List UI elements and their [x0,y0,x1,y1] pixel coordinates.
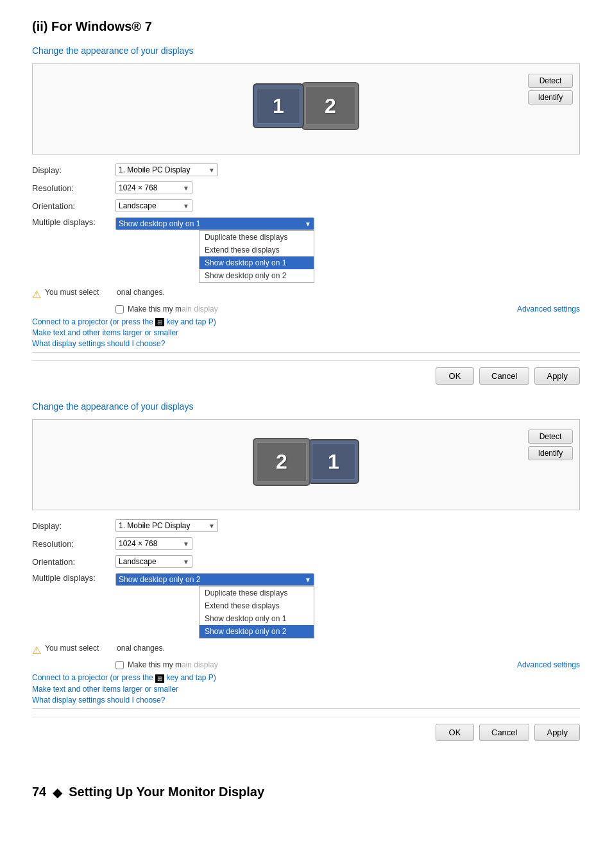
links-area-2: Connect to a projector (or press the ⊞ k… [32,673,580,704]
panel2-title: Change the appearance of your displays [32,401,580,412]
main-display-checkbox-1[interactable] [115,305,124,313]
links-area-1: Connect to a projector (or press the ⊞ k… [32,317,580,348]
display-select-2[interactable]: 1. Mobile PC Display ▼ [115,519,218,532]
monitor-num-2: 2 [325,94,336,118]
dropdown-item-show1-1[interactable]: Show desktop only on 1 [200,256,314,269]
multiple-select-text-2: Show desktop only on 2 [119,575,302,584]
orientation-select-2[interactable]: Landscape ▼ [115,555,192,568]
win-key-icon-1: ⊞ [155,318,164,326]
panel1-sidebar-buttons: Detect Identify [528,74,573,104]
monitor-display-area-2: 2 1 [46,430,566,494]
multiple-row-1: Multiple displays: Show desktop only on … [32,217,580,285]
divider-2 [32,708,580,709]
identify-button-1[interactable]: Identify [528,90,573,104]
orientation-select-1[interactable]: Landscape ▼ [115,199,192,212]
multiple-dropdown-2: Duplicate these displays Extend these di… [199,586,314,638]
projector-link-1[interactable]: Connect to a projector (or press the ⊞ k… [32,317,580,326]
orientation-row-2: Orientation: Landscape ▼ [32,555,580,568]
warning-row-2: ⚠ You must select onal changes. [32,644,580,656]
multiple-arrow-1: ▼ [305,221,311,228]
ok-button-1[interactable]: OK [436,367,474,385]
warning-row-1: ⚠ You must select onal changes. [32,288,580,301]
page-title: (ii) For Windows® 7 [32,19,580,34]
display-panel-1: Detect Identify 1 2 [32,63,580,154]
monitor-inner-2: 2 [305,87,355,125]
win-key-icon-2: ⊞ [155,674,164,683]
footer-diamond-icon: ◆ [53,785,62,800]
display-settings-link-2[interactable]: What display settings should I choose? [32,696,580,705]
dropdown-item-show1-2[interactable]: Show desktop only on 1 [200,612,314,625]
dropdown-item-extend-2[interactable]: Extend these displays [200,599,314,612]
larger-items-link-2[interactable]: Make text and other items larger or smal… [32,685,580,694]
resolution-label-2: Resolution: [32,539,115,549]
display-label-2: Display: [32,521,115,531]
advanced-settings-link-2[interactable]: Advanced settings [517,660,580,669]
section-1: Change the appearance of your displays D… [32,46,580,390]
multiple-label-2: Multiple displays: [32,573,115,583]
main-display-checkbox-2[interactable] [115,661,124,669]
dropdown-item-show2-2[interactable]: Show desktop only on 2 [200,625,314,638]
monitor-display-area-1: 1 2 [46,74,566,138]
orientation-label-2: Orientation: [32,557,115,567]
resolution-arrow-2: ▼ [183,540,189,547]
multiple-select-2[interactable]: Show desktop only on 2 ▼ [115,573,314,586]
monitor-inner-2b: 2 [257,442,306,481]
warning-icon-2: ⚠ [32,644,41,656]
resolution-select-2[interactable]: 1024 × 768 ▼ [115,537,192,550]
checkbox-label-1: Make this my main display [128,305,218,313]
advanced-settings-link-1[interactable]: Advanced settings [517,305,580,313]
projector-link-2[interactable]: Connect to a projector (or press the ⊞ k… [32,673,580,682]
monitor-box-2: 2 [302,82,359,130]
divider-1 [32,352,580,353]
dialog-buttons-2: OK Cancel Apply [32,717,580,746]
checkbox-row-2: Make this my main display Advanced setti… [115,660,580,669]
orientation-label-1: Orientation: [32,201,115,211]
apply-button-1[interactable]: Apply [534,367,580,385]
footer-text: Setting Up Your Monitor Display [69,785,264,799]
orientation-text-2: Landscape [119,557,180,566]
dropdown-item-duplicate-2[interactable]: Duplicate these displays [200,587,314,599]
orientation-arrow-1: ▼ [183,203,189,210]
identify-button-2[interactable]: Identify [528,446,573,460]
apply-button-2[interactable]: Apply [534,724,580,741]
resolution-select-1[interactable]: 1024 × 768 ▼ [115,181,192,194]
monitor-num-2b: 2 [276,450,287,474]
monitor-num-1: 1 [273,94,284,118]
display-settings-link-1[interactable]: What display settings should I choose? [32,339,580,348]
orientation-text-1: Landscape [119,201,180,210]
resolution-arrow-1: ▼ [183,185,189,192]
cancel-button-1[interactable]: Cancel [479,367,529,385]
resolution-row-1: Resolution: 1024 × 768 ▼ [32,181,580,194]
dropdown-item-extend-1[interactable]: Extend these displays [200,244,314,256]
multiple-dropdown-1: Duplicate these displays Extend these di… [199,230,314,283]
checkbox-row-1: Make this my main display Advanced setti… [115,305,580,313]
multiple-select-text-1: Show desktop only on 1 [119,219,302,228]
detect-button-1[interactable]: Detect [528,74,573,88]
monitor-inner-1b: 1 [312,444,355,480]
dropdown-item-duplicate-1[interactable]: Duplicate these displays [200,231,314,244]
monitor-box-2b: 2 [253,438,310,486]
dropdown-item-show2-1[interactable]: Show desktop only on 2 [200,269,314,282]
display-select-text-1: 1. Mobile PC Display [119,165,206,174]
multiple-select-1[interactable]: Show desktop only on 1 ▼ [115,217,314,230]
ok-button-2[interactable]: OK [436,724,474,741]
display-label-1: Display: [32,165,115,175]
monitor-box-1: 1 [253,83,304,128]
display-row-2: Display: 1. Mobile PC Display ▼ [32,519,580,532]
display-row-1: Display: 1. Mobile PC Display ▼ [32,163,580,176]
detect-button-2[interactable]: Detect [528,430,573,444]
display-select-arrow-2: ▼ [208,522,215,530]
display-panel-2: Detect Identify 2 1 [32,419,580,510]
monitor-inner-1: 1 [257,88,300,124]
larger-items-link-1[interactable]: Make text and other items larger or smal… [32,328,580,337]
checkbox-label-2: Make this my main display [128,660,218,669]
warning-text-2: You must select onal changes. [45,644,165,653]
monitor-num-1b: 1 [328,450,339,474]
cancel-button-2[interactable]: Cancel [479,724,529,741]
multiple-arrow-2: ▼ [305,576,311,583]
dialog-buttons-1: OK Cancel Apply [32,360,580,390]
resolution-text-2: 1024 × 768 [119,539,180,548]
resolution-label-1: Resolution: [32,183,115,193]
footer-page-num: 74 [32,785,46,799]
display-select-1[interactable]: 1. Mobile PC Display ▼ [115,163,218,176]
